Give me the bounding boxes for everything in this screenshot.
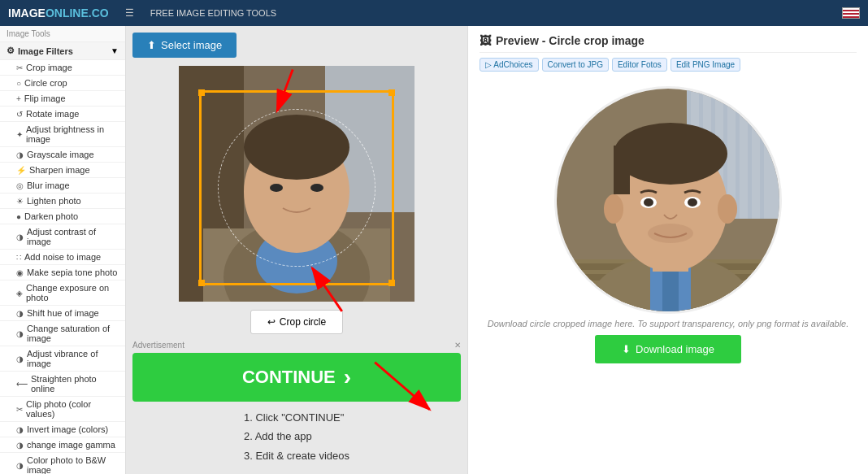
contrast-icon: ◑ [16,233,24,241]
editor-area: ⬆ Select image [126,26,467,474]
sidebar-item-gamma[interactable]: ◑change image gamma [0,437,125,453]
darken-icon: ● [16,212,21,221]
svg-point-42 [688,198,697,207]
sidebar-section-label: ⚙ Image Filters [7,46,73,56]
sidebar-item-contrast[interactable]: ◑Adjust contrast of image [0,224,125,250]
editor-wrapper: ⬆ Select image [132,33,461,465]
chevron-down-icon: ▼ [111,46,119,55]
ad-chip-edit-png[interactable]: Edit PNG Image [671,58,740,72]
gamma-icon: ◑ [16,441,24,450]
ad-chip-adchoices[interactable]: ▷ AdChoices [480,58,539,72]
sidebar-item-hue[interactable]: ◑Shift hue of image [0,306,125,321]
sidebar-item-darken[interactable]: ●Darken photo [0,209,125,224]
crop-circle-guide [218,109,375,267]
svg-point-35 [614,123,727,185]
vibrance-icon: ◑ [16,354,24,363]
sidebar: Image Tools ⚙ Image Filters ▼ ✂Crop imag… [0,26,126,474]
sidebar-section-filters[interactable]: ⚙ Image Filters ▼ [0,42,125,60]
flip-icon: + [16,94,21,103]
sidebar-item-exposure[interactable]: ◈Change exposure on photo [0,280,125,306]
clip-icon: ✂ [16,405,23,414]
steps-text: 1. Click "CONTINUE" 2. Add the app 3. Ed… [244,408,349,465]
sidebar-item-saturation[interactable]: ◑Change saturation of image [0,321,125,346]
sidebar-item-brightness[interactable]: ✦Adjust brightness in image [0,122,125,147]
sidebar-item-rotate[interactable]: ↺Rotate image [0,107,125,122]
preview-icon: 🖼 [480,34,491,47]
svg-rect-32 [662,267,679,312]
free-tools-label: FREE IMAGE EDITING TOOLS [150,8,276,18]
download-image-button[interactable]: ⬇ Download image [595,335,741,363]
menu-icon: ☰ [125,7,134,19]
handle-top-right[interactable] [388,89,395,96]
ad-label: Advertisement [132,341,184,350]
svg-rect-25 [760,89,764,219]
flag-icon [842,7,860,19]
preview-header: 🖼 Preview - Circle crop image [480,34,857,53]
sidebar-item[interactable]: ✂Crop image [0,60,125,76]
main-content: ⬆ Select image [126,26,868,474]
svg-point-38 [718,194,737,224]
preview-ads-bar: ▷ AdChoices Convert to JPG Editor Fotos … [480,58,857,72]
saturation-icon: ◑ [16,329,24,338]
sidebar-item-clip[interactable]: ✂Clip photo (color values) [0,397,125,422]
sepia-icon: ◉ [16,268,24,277]
sharpen-icon: ⚡ [16,166,26,175]
circle-preview-container: Download circle cropped image here. To s… [480,78,857,466]
ad-close-btn[interactable]: ✕ [454,341,461,350]
sidebar-item-flip[interactable]: +Flip image [0,91,125,107]
crop-circle-button[interactable]: ↩ Crop circle [250,310,343,334]
circle-preview [554,86,782,314]
blur-icon: ◎ [16,181,24,190]
sidebar-item-grayscale[interactable]: ◑Grayscale image [0,147,125,163]
rotate-icon: ↺ [16,110,23,119]
sidebar-item-circle-crop[interactable]: ○Circle crop [0,76,125,91]
svg-point-41 [644,198,653,207]
crop-box[interactable] [199,90,394,285]
sidebar-item-bw[interactable]: ◑Color photo to B&W image [0,453,125,474]
advertisement-area: Advertisement ✕ CONTINUE › [132,341,461,402]
handle-bottom-right[interactable] [388,280,395,286]
circle-preview-image [557,89,782,314]
download-icon: ⬇ [622,343,631,355]
grayscale-icon: ◑ [16,150,24,159]
sidebar-item-invert[interactable]: ◑Invert image (colors) [0,422,125,437]
ad-chip-editor-fotos[interactable]: Editor Fotos [612,58,667,72]
exposure-icon: ◈ [16,289,23,298]
continue-button[interactable]: CONTINUE › [132,353,461,402]
app-header: IMAGEONLINE.CO ☰ FREE IMAGE EDITING TOOL… [0,0,868,26]
sidebar-item-lighten[interactable]: ☀Lighten photo [0,194,125,209]
image-canvas [179,66,414,302]
sidebar-item-blur[interactable]: ◎Blur image [0,178,125,194]
straighten-icon: ⟵ [16,380,28,389]
handle-bottom-left[interactable] [198,280,205,286]
svg-point-37 [604,194,623,224]
ad-chip-convert-jpg[interactable]: Convert to JPG [542,58,609,72]
sidebar-item-sepia[interactable]: ◉Make sepia tone photo [0,265,125,280]
circle-icon: ○ [16,79,21,88]
crop-circle-icon: ↩ [267,316,276,328]
brightness-icon: ✦ [16,130,23,139]
invert-icon: ◑ [16,425,24,434]
preview-area: 🖼 Preview - Circle crop image ▷ AdChoice… [467,26,868,474]
step-1: 1. Click "CONTINUE" [244,408,349,427]
step-3: 3. Edit & create videos [244,446,349,465]
crop-icon: ✂ [16,63,23,72]
svg-rect-36 [614,146,630,194]
lighten-icon: ☀ [16,197,24,206]
sidebar-tools-label: Image Tools [0,26,125,42]
arrow-icon: › [344,364,351,390]
noise-icon: ∷ [16,253,21,262]
sidebar-item-noise[interactable]: ∷Add noise to image [0,250,125,265]
preview-caption: Download circle cropped image here. To s… [488,319,849,328]
handle-top-left[interactable] [198,89,205,96]
sidebar-item-vibrance[interactable]: ◑Adjust vibrance of image [0,346,125,372]
svg-rect-24 [748,89,752,219]
select-image-button[interactable]: ⬆ Select image [132,33,237,58]
upload-icon: ⬆ [147,39,156,51]
svg-point-43 [648,224,693,243]
preview-title: Preview - Circle crop image [496,34,644,47]
svg-rect-23 [736,89,740,219]
sidebar-item-sharpen[interactable]: ⚡Sharpen image [0,163,125,178]
step-2: 2. Add the app [244,427,349,446]
sidebar-item-straighten[interactable]: ⟵Straighten photo online [0,372,125,397]
